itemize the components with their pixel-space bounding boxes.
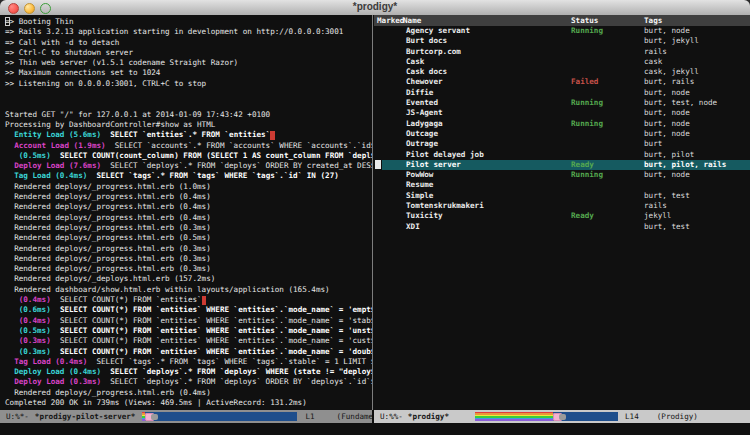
process-status: Ready: [571, 211, 594, 221]
process-row[interactable]: XDIburt, test: [374, 222, 750, 232]
log-segment: >> Listening on 0.0.0.0:3001, CTRL+C to …: [5, 79, 206, 88]
line-indicator: L14: [625, 412, 639, 421]
process-row[interactable]: Outrageburt: [374, 139, 750, 149]
modeline-left: U:%*- *prodigy-pilot-server* L1 (Fundame…: [0, 410, 372, 423]
terminal-window: *prodigy* => Booting Thin=> Rails 3.2.13…: [0, 0, 750, 435]
log-line: Tag Load (0.4ms) SELECT `tags`.* FROM `t…: [5, 357, 372, 367]
list-header: Marked Name Status Tags: [374, 15, 750, 26]
process-name: Pilot server: [406, 160, 461, 170]
echo-area[interactable]: [0, 423, 750, 435]
modeline-right: U:%%- *prodigy* L14 (Prodigy): [374, 410, 750, 423]
prodigy-pane[interactable]: Marked Name Status Tags Agency servantRu…: [374, 15, 750, 410]
process-row[interactable]: ChewoverFailedburt, rails: [374, 77, 750, 87]
process-row[interactable]: PowWowRunningburt, node: [374, 170, 750, 180]
log-segment: [5, 161, 14, 170]
nyan-progress-bar: [475, 412, 618, 421]
log-segment: Rendered deploys/_progress.html.erb (1.0…: [5, 182, 211, 191]
log-line: Rendered deploys/_progress.html.erb (0.3…: [5, 223, 372, 233]
pane-divider[interactable]: [372, 15, 373, 410]
process-row[interactable]: Diffieburt, node: [374, 88, 750, 98]
log-segment: [5, 377, 14, 386]
log-segment: [5, 367, 14, 376]
emacs-frame: => Booting Thin=> Rails 3.2.13 applicati…: [0, 15, 750, 435]
log-segment: > Booting Thin: [10, 17, 74, 26]
log-line: => Rails 3.2.13 application starting in …: [5, 27, 372, 37]
log-line: Rendered deploys/_progress.html.erb (0.4…: [5, 192, 372, 202]
log-line: Rendered deploys/_progress.html.erb (0.3…: [5, 264, 372, 274]
log-segment: Rendered deploys/_progress.html.erb (0.4…: [5, 192, 211, 201]
process-name: PowWow: [406, 170, 433, 180]
log-lines: => Booting Thin=> Rails 3.2.13 applicati…: [0, 15, 372, 408]
log-segment: Rendered deploys/_progress.html.erb (0.4…: [5, 202, 211, 211]
log-segment: Rendered dashboard/show.html.erb within …: [5, 285, 330, 294]
process-row[interactable]: Agency servantRunningburt, node: [374, 26, 750, 36]
log-segment: SELECT `deploys`.* FROM `deploys` ORDER …: [101, 161, 372, 170]
log-segment: Deploy Load (7.6ms): [14, 161, 101, 170]
header-tags: Tags: [644, 15, 662, 26]
log-segment: Rendered deploys/_progress.html.erb (0.3…: [5, 223, 211, 232]
log-segment: [5, 141, 14, 150]
log-line: [5, 99, 372, 109]
log-line: Rendered deploys/_progress.html.erb (1.0…: [5, 182, 372, 192]
server-log-pane[interactable]: => Booting Thin=> Rails 3.2.13 applicati…: [0, 15, 372, 410]
log-segment: (0.5ms): [19, 326, 51, 335]
process-row[interactable]: Tomtenskrukmakerirails: [374, 201, 750, 211]
header-name: Name: [403, 15, 421, 26]
log-segment: [5, 130, 14, 139]
process-row[interactable]: TuxicityReadyjekyll: [374, 211, 750, 221]
log-line: (0.5ms) SELECT COUNT(count_column) FROM …: [5, 151, 372, 161]
log-segment: Rendered deploys/_progress.html.erb (0.3…: [5, 264, 211, 273]
log-segment: (0.4ms): [19, 295, 51, 304]
log-line: (0.4ms) SELECT COUNT(*) FROM `entities` …: [5, 316, 372, 326]
major-mode: (Fundamen: [337, 412, 372, 421]
log-segment: SELECT COUNT(*) FROM `entities` WHERE `e…: [60, 326, 372, 335]
process-row[interactable]: Cask docscask, jekyll: [374, 67, 750, 77]
log-line: (0.4ms) SELECT COUNT(*) FROM `entities`: [5, 295, 372, 305]
log-segment: SELECT `tags`.* FROM `tags` WHERE `tags`…: [87, 357, 372, 366]
log-segment: Entity Load (5.6ms): [14, 130, 101, 139]
process-row[interactable]: Pilot delayed jobburt, pilot: [374, 150, 750, 160]
log-segment: SELECT COUNT(count_column) FROM (SELECT …: [60, 151, 372, 160]
process-tags: burt: [644, 139, 662, 149]
process-row[interactable]: EventedRunningburt, test, node: [374, 98, 750, 108]
log-line: [5, 89, 372, 99]
log-segment: [101, 367, 110, 376]
process-tags: burt, node: [644, 108, 690, 118]
title-bar[interactable]: *prodigy*: [0, 0, 750, 16]
process-name: Evented: [406, 98, 438, 108]
process-name: Agency servant: [406, 26, 470, 36]
log-line: (0.3ms) SELECT COUNT(*) FROM `entities` …: [5, 347, 372, 357]
process-name: Outcage: [406, 129, 438, 139]
process-row[interactable]: Simpleburt, test: [374, 191, 750, 201]
log-line: Deploy Load (0.4ms) SELECT `deploys`.* F…: [5, 367, 372, 377]
log-line: Entity Load (5.6ms) SELECT `entities`.* …: [5, 130, 372, 140]
modeline-flags: U:%*-: [6, 412, 29, 421]
process-name: Chewover: [406, 77, 443, 87]
process-status: Running: [571, 119, 603, 129]
log-segment: Tag Load (0.4ms): [14, 171, 87, 180]
log-segment: Processing by DashboardController#show a…: [5, 120, 215, 129]
log-line: => Ctrl-C to shutdown server: [5, 48, 372, 58]
process-row[interactable]: LadygagaRunningburt, node: [374, 119, 750, 129]
process-row[interactable]: Burt docsburt, jekyll: [374, 36, 750, 46]
process-name: Cask: [406, 57, 424, 67]
header-marked: Marked: [377, 15, 404, 26]
buffer-name: *prodigy*: [408, 412, 449, 421]
log-segment: (0.5ms): [19, 151, 51, 160]
process-status: Running: [571, 98, 603, 108]
process-row[interactable]: Pilot serverReadyburt, pilot, rails: [374, 160, 750, 170]
process-name: Diffie: [406, 88, 433, 98]
log-segment: >> Thin web server (v1.5.1 codename Stra…: [5, 58, 238, 67]
process-row[interactable]: Burtcorp.comrails: [374, 47, 750, 57]
nyan-cat-icon: [553, 412, 566, 421]
process-row[interactable]: JS-Agentburt, node: [374, 108, 750, 118]
log-segment: [5, 357, 14, 366]
log-segment: Deploy Load (0.4ms): [14, 367, 101, 376]
process-name: XDI: [406, 222, 420, 232]
process-row[interactable]: Caskcask: [374, 57, 750, 67]
process-row[interactable]: Outcageburt, node: [374, 129, 750, 139]
process-name: Simple: [406, 191, 433, 201]
process-row[interactable]: Resume: [374, 180, 750, 190]
log-segment: SELECT COUNT(*) FROM `entities`: [51, 295, 202, 304]
log-segment: [5, 151, 19, 160]
